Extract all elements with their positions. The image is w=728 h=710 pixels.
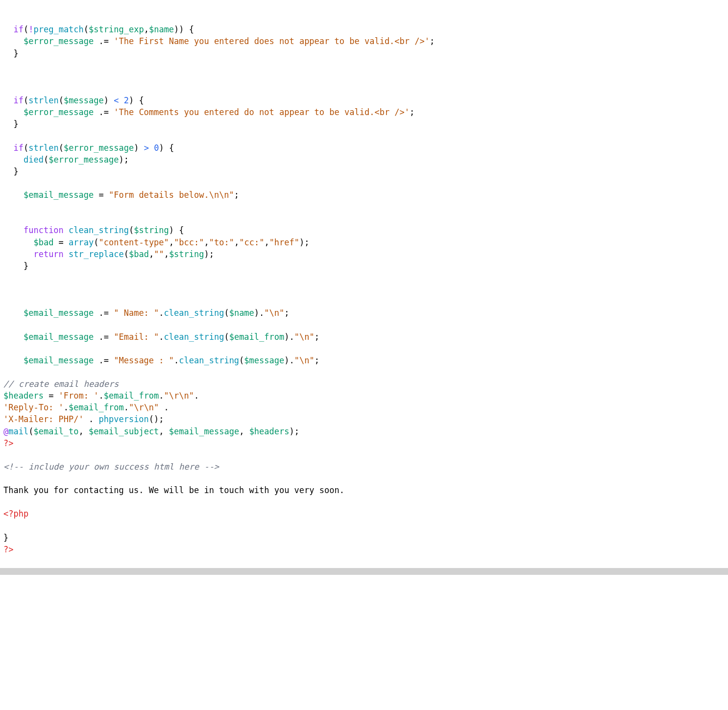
code-token: (	[44, 155, 49, 165]
code-token: $email_from	[229, 332, 285, 342]
code-token: $message	[244, 355, 284, 365]
code-token: $email_message	[24, 332, 94, 342]
code-token: ) {	[159, 143, 174, 153]
code-token: "href"	[269, 237, 299, 247]
code-token: $headers	[249, 426, 290, 436]
code-token: $email_subject	[89, 426, 159, 436]
code-token: clean_string	[179, 355, 239, 365]
code-token: <	[114, 95, 119, 105]
code-token: $email_message	[24, 190, 94, 200]
code-token: array	[69, 237, 94, 247]
code-token: " Name: "	[114, 308, 159, 318]
code-token: "Email: "	[114, 332, 159, 342]
code-token: (	[59, 143, 64, 153]
code-token: 'The Comments you entered do not appear …	[114, 107, 410, 117]
code-token: $error_message	[64, 143, 134, 153]
code-token: mail	[8, 426, 28, 436]
code-token: }	[3, 533, 8, 543]
code-token: "\r\n"	[164, 391, 194, 401]
code-token: $headers	[3, 391, 44, 401]
code-token: "\n"	[294, 355, 315, 365]
code-token: $email_from	[104, 391, 159, 401]
code-token: }	[3, 48, 19, 58]
code-token: $email_message	[24, 308, 94, 318]
code-token: "to:"	[209, 237, 234, 247]
code-token: 'X-Mailer: PHP/'	[3, 414, 84, 424]
code-block[interactable]: if(!preg_match($string_exp,$name)) { $er…	[3, 24, 725, 555]
code-token: strlen	[28, 143, 58, 153]
code-token: (	[24, 95, 28, 105]
code-token: (	[59, 95, 64, 105]
code-token: died	[24, 155, 44, 165]
code-token: $error_message	[24, 107, 94, 117]
code-token: $email_message	[24, 355, 94, 365]
code-token: >	[144, 143, 149, 153]
code-token: $name	[229, 308, 254, 318]
code-token: clean_string	[69, 225, 129, 235]
code-token: 0	[154, 143, 159, 153]
code-token: <!-- include your own success html here …	[3, 462, 219, 472]
code-token: $message	[64, 95, 104, 105]
code-token: "cc:"	[239, 237, 264, 247]
code-token: $string	[134, 225, 169, 235]
code-token: (	[124, 249, 129, 259]
code-token: (	[239, 355, 244, 365]
code-token: ()	[149, 414, 159, 424]
code-token: )	[284, 355, 289, 365]
code-token: (	[94, 237, 98, 247]
code-token: $name	[149, 24, 174, 34]
code-token: 2	[124, 95, 129, 105]
code-token: $bad	[129, 249, 149, 259]
code-token: }	[3, 119, 19, 129]
code-token: )	[299, 237, 304, 247]
code-token: $error_message	[24, 36, 94, 46]
code-token: preg_match	[33, 24, 83, 34]
code-token: ""	[154, 249, 164, 259]
code-token: $string	[169, 249, 204, 259]
code-token: )	[204, 249, 209, 259]
code-token: if	[13, 24, 23, 34]
code-token: clean_string	[164, 332, 224, 342]
code-token: )	[284, 332, 289, 342]
code-token: $string_exp	[89, 24, 144, 34]
code-token: (	[129, 225, 134, 235]
code-token: "content-type"	[99, 237, 169, 247]
code-token: 'Reply-To: '	[3, 402, 64, 412]
code-token: 'The First Name you entered does not app…	[114, 36, 430, 46]
code-token: str_replace	[69, 249, 124, 259]
code-token: )	[254, 308, 259, 318]
code-token: }	[3, 261, 28, 271]
code-token: clean_string	[164, 308, 224, 318]
code-token: )	[119, 155, 123, 165]
code-token: $email_message	[169, 426, 239, 436]
code-token: (	[84, 24, 89, 34]
code-token: strlen	[28, 95, 58, 105]
code-token: ?>	[3, 544, 13, 554]
code-token: "Form details below.\n\n"	[109, 190, 234, 200]
code-token: <?php	[3, 509, 28, 519]
code-token: 'From: '	[59, 391, 99, 401]
code-token: "\r\n"	[129, 402, 159, 412]
code-token: $email_to	[33, 426, 78, 436]
code-token: return	[33, 249, 63, 259]
code-token: $email_from	[69, 402, 124, 412]
code-token: (	[224, 332, 229, 342]
code-token: )	[134, 143, 139, 153]
code-token: )) {	[174, 24, 194, 34]
code-token: ?>	[3, 438, 13, 448]
code-token: (	[24, 24, 28, 34]
code-token: $bad	[33, 237, 53, 247]
code-token: "Message : "	[114, 355, 174, 365]
code-token: "\n"	[294, 332, 315, 342]
code-token: (	[224, 308, 229, 318]
code-token: )	[290, 426, 294, 436]
code-token: @	[3, 426, 8, 436]
code-token: !	[28, 24, 33, 34]
code-token: )	[104, 95, 109, 105]
code-token: (	[24, 143, 28, 153]
code-token: ) {	[169, 225, 184, 235]
footer-bar	[0, 568, 728, 575]
code-token: }	[3, 166, 19, 176]
code-token: if	[13, 143, 23, 153]
code-token: phpversion	[98, 414, 148, 424]
